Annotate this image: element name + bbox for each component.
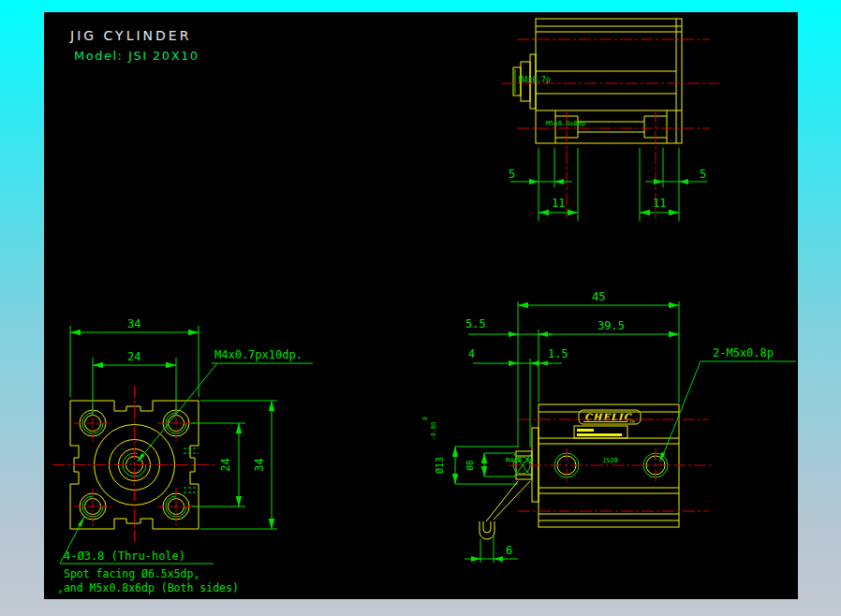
dim-11-left: 11 bbox=[552, 197, 565, 210]
port-thread-label: M5x0.8x8dp bbox=[546, 120, 585, 127]
dim-45: 45 bbox=[592, 290, 605, 303]
model-label: Model: JSI 20X10 bbox=[74, 49, 199, 63]
dim-1-5: 1.5 bbox=[548, 347, 568, 360]
dim-34-top: 34 bbox=[127, 317, 140, 330]
brand-text: CHELIC bbox=[584, 412, 632, 422]
dim-5-left: 5 bbox=[509, 168, 515, 181]
ports-label: 2-M5x0.8p bbox=[713, 346, 774, 359]
dim-24-top: 24 bbox=[127, 350, 140, 363]
dim-4: 4 bbox=[468, 347, 475, 360]
body-marking: JS20 bbox=[602, 457, 618, 464]
brand-tm: TM bbox=[629, 419, 635, 424]
dim-dia13-tol-lower: -0.05 bbox=[430, 421, 437, 440]
dim-39-5: 39.5 bbox=[598, 319, 625, 332]
dim-5-right: 5 bbox=[700, 168, 706, 181]
corner-hole-label: 4-Ø3.8 (Thru-hole) bbox=[64, 550, 185, 563]
page-title: JIG CYLINDER bbox=[69, 28, 191, 43]
dim-5-5: 5.5 bbox=[465, 317, 486, 330]
drawing-canvas[interactable]: JIG CYLINDER Model: JSI 20X10 M4x0.7p M5… bbox=[0, 0, 841, 616]
thread-note: ,and M5x0.8x6dp (Both sides) bbox=[57, 581, 239, 594]
center-thread-label: M4x0.7px10dp. bbox=[214, 348, 302, 361]
dim-dia8: Ø8 bbox=[465, 461, 475, 471]
spot-facing-note: Spot facing Ø6.5x5dp, bbox=[64, 567, 199, 580]
dim-24-right: 24 bbox=[219, 458, 232, 471]
rod-thread-label-side: M4x0.7p bbox=[506, 457, 534, 464]
cad-application-window: JIG CYLINDER Model: JSI 20X10 M4x0.7p M5… bbox=[0, 0, 841, 616]
dim-11-right: 11 bbox=[653, 197, 666, 210]
nameplate-microtext-2 bbox=[577, 433, 622, 436]
dim-dia13-tol-upper: 0 bbox=[421, 417, 429, 420]
dim-34-right: 34 bbox=[253, 458, 266, 471]
dim-6: 6 bbox=[506, 544, 512, 557]
nameplate-microtext-1 bbox=[577, 429, 594, 432]
dim-dia13: Ø13 bbox=[435, 457, 445, 474]
